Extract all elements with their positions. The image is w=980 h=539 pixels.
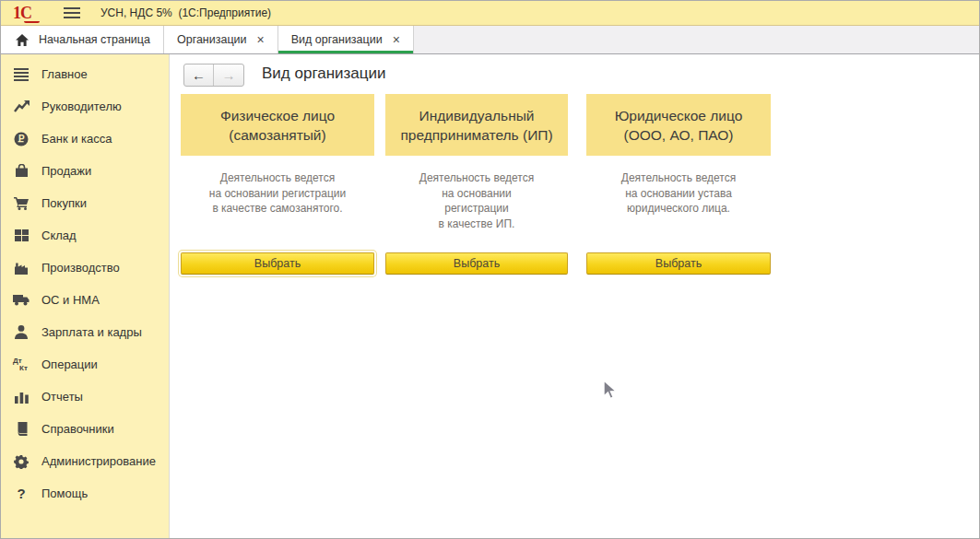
person-icon [13, 325, 30, 339]
gear-icon [13, 454, 30, 469]
sidebar-item-label: Продажи [41, 164, 91, 178]
sidebar-item-production[interactable]: Производство [1, 252, 169, 284]
close-icon[interactable]: × [393, 33, 400, 46]
org-type-cards: Физическое лицо (самозанятый) Деятельнос… [181, 94, 771, 275]
sidebar-item-administration[interactable]: Администрирование [1, 445, 169, 477]
main-content: ← → Вид организации Физическое лицо (сам… [170, 54, 979, 538]
bar-chart-icon [13, 391, 30, 404]
sidebar-item-label: Операции [41, 357, 98, 371]
sidebar-item-sales[interactable]: Продажи [1, 155, 169, 187]
card-title: Индивидуальный предприниматель (ИП) [385, 94, 568, 156]
app-window: 1С УСН, НДС 5% (1С:Предприятие) Начальна… [0, 0, 980, 539]
page-title: Вид организации [262, 64, 386, 83]
sidebar-item-fixed-assets[interactable]: ОС и НМА [1, 284, 169, 316]
question-icon: ? [13, 486, 30, 501]
card-description: Деятельность ведется на основании регист… [181, 170, 374, 252]
back-button[interactable]: ← [184, 64, 214, 86]
sidebar-item-manager[interactable]: Руководителю [1, 90, 169, 123]
sidebar-item-label: Помощь [41, 486, 88, 500]
debit-credit-icon: ДтКт [13, 357, 30, 372]
svg-text:Р: Р [18, 134, 25, 144]
trend-icon [13, 100, 30, 112]
sidebar-item-label: Руководителю [41, 100, 122, 113]
sidebar-item-label: Склад [41, 228, 77, 242]
select-self-employed-button[interactable]: Выбрать [181, 252, 374, 275]
sidebar-item-help[interactable]: ? Помощь [1, 477, 169, 510]
book-icon [13, 422, 30, 436]
card-legal-entity: Юридическое лицо (ООО, АО, ПАО) Деятельн… [586, 94, 771, 275]
history-nav: ← → [183, 64, 244, 87]
1c-logo-icon: 1С [13, 5, 42, 22]
factory-icon [13, 262, 30, 275]
card-self-employed: Физическое лицо (самозанятый) Деятельнос… [181, 94, 374, 275]
tab-org-type[interactable]: Вид организации × [278, 26, 414, 53]
ruble-circle-icon: Р [13, 132, 30, 146]
sidebar-item-operations[interactable]: ДтКт Операции [1, 348, 169, 381]
forward-button[interactable]: → [214, 64, 243, 86]
select-entrepreneur-button[interactable]: Выбрать [385, 252, 568, 275]
cart-icon [13, 196, 30, 210]
sidebar-item-bank-cash[interactable]: Р Банк и касса [1, 123, 169, 155]
card-description: Деятельность ведется на основании устава… [586, 170, 771, 252]
tab-label: Вид организации [291, 33, 383, 46]
tab-label: Организации [177, 33, 247, 46]
sidebar-item-label: Главное [41, 67, 88, 81]
card-description: Деятельность ведется на основании регист… [385, 170, 568, 252]
list-icon [13, 68, 30, 81]
card-title: Физическое лицо (самозанятый) [181, 94, 374, 156]
main-menu-icon[interactable] [64, 7, 80, 18]
sidebar-item-directories[interactable]: Справочники [1, 413, 169, 445]
window-title: УСН, НДС 5% (1С:Предприятие) [100, 6, 271, 19]
bag-icon [13, 164, 30, 178]
tab-organizations[interactable]: Организации × [164, 26, 278, 53]
sidebar-item-salary-hr[interactable]: Зарплата и кадры [1, 316, 169, 348]
home-icon [14, 34, 30, 46]
sidebar-item-label: Отчеты [41, 390, 83, 404]
sidebar-item-label: Справочники [41, 422, 114, 436]
sidebar-item-label: ОС и НМА [41, 293, 100, 307]
sidebar-item-reports[interactable]: Отчеты [1, 381, 169, 413]
sidebar-item-purchases[interactable]: Покупки [1, 187, 169, 219]
card-entrepreneur: Индивидуальный предприниматель (ИП) Деят… [385, 94, 568, 275]
sidebar-item-label: Производство [41, 261, 120, 275]
boxes-icon [13, 229, 30, 242]
tab-label: Начальная страница [39, 33, 150, 46]
sidebar-item-label: Администрирование [41, 454, 156, 468]
select-legal-entity-button[interactable]: Выбрать [586, 252, 771, 275]
sidebar-item-label: Банк и касса [41, 132, 112, 146]
tab-bar: Начальная страница Организации × Вид орг… [1, 26, 979, 54]
title-bar: 1С УСН, НДС 5% (1С:Предприятие) [1, 1, 979, 26]
close-icon[interactable]: × [257, 33, 265, 46]
truck-icon [13, 294, 30, 306]
sidebar-item-label: Покупки [41, 196, 87, 210]
sidebar-item-warehouse[interactable]: Склад [1, 219, 169, 252]
sidebar-item-main[interactable]: Главное [1, 58, 169, 90]
tab-home[interactable]: Начальная страница [1, 26, 164, 53]
section-sidebar: Главное Руководителю Р Банк и касса Прод… [1, 54, 170, 538]
card-title: Юридическое лицо (ООО, АО, ПАО) [586, 94, 771, 156]
sidebar-item-label: Зарплата и кадры [41, 325, 142, 339]
